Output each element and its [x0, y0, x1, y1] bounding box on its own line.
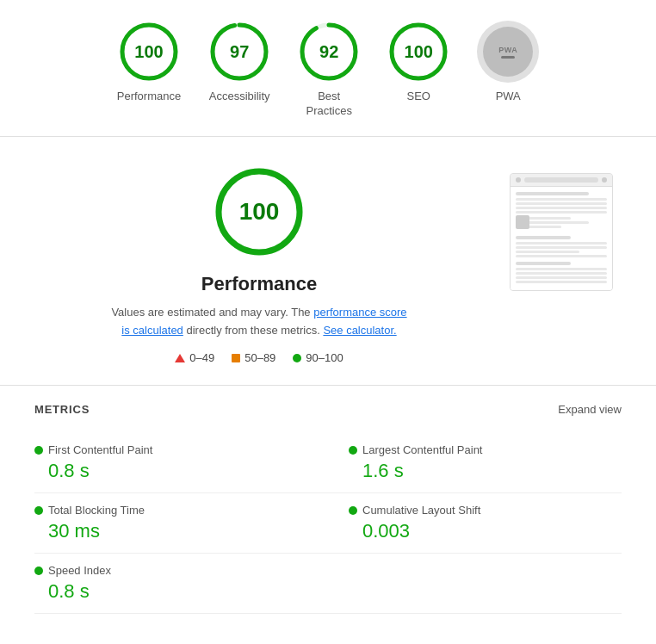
- metric-item-tbt: Total Blocking Time 30 ms: [34, 493, 328, 554]
- screenshot-header: [511, 174, 612, 187]
- metric-value-tbt: 30 ms: [34, 520, 328, 542]
- score-circle-accessibility: 97: [208, 21, 270, 83]
- ss-thin-10: [516, 251, 579, 253]
- ss-thin-4: [516, 211, 607, 214]
- metric-value-cls: 0.003: [349, 520, 622, 542]
- metrics-section: METRICS Expand view First Contentful Pai…: [0, 386, 656, 641]
- fail-icon: [175, 354, 185, 362]
- score-circle-seo: 100: [387, 21, 449, 83]
- pwa-dash-icon: [501, 56, 515, 59]
- score-label-pwa: PWA: [496, 90, 521, 104]
- ss-dot-1: [516, 177, 521, 183]
- metric-dot-si: [34, 567, 43, 575]
- screenshot-body: [511, 187, 612, 290]
- score-item-accessibility[interactable]: 97 Accessibility: [208, 21, 270, 104]
- metric-dot-cls: [349, 506, 357, 515]
- metric-label-row-si: Speed Index: [34, 564, 328, 577]
- score-label-seo: SEO: [406, 90, 430, 104]
- metric-value-si: 0.8 s: [34, 580, 328, 603]
- metric-label-row-tbt: Total Blocking Time: [34, 504, 328, 517]
- scores-bar: 100 Performance 97 Accessibility 92 Best…: [0, 0, 656, 137]
- legend-item-average: 50–89: [232, 351, 275, 364]
- score-item-seo[interactable]: 100 SEO: [387, 21, 449, 104]
- metric-label-fcp: First Contentful Paint: [48, 443, 152, 456]
- ss-thin-11: [516, 255, 607, 257]
- metrics-title: METRICS: [34, 403, 90, 416]
- ss-thin-14: [516, 276, 607, 279]
- ss-thin-15: [516, 281, 607, 283]
- ss-bar: [524, 177, 598, 183]
- pass-icon: [293, 354, 301, 362]
- metric-value-lcp: 1.6 s: [349, 460, 622, 482]
- ss-thin-2: [516, 202, 607, 205]
- legend-range-pass: 90–100: [306, 351, 343, 364]
- legend-item-pass: 90–100: [293, 351, 343, 364]
- ss-dot-2: [602, 177, 607, 183]
- ss-line-2: [516, 236, 571, 239]
- score-circle-performance: 100: [118, 21, 180, 83]
- metric-label-row-lcp: Largest Contentful Paint: [349, 443, 622, 456]
- metric-label-tbt: Total Blocking Time: [48, 504, 145, 517]
- score-value-best-practices: 92: [319, 42, 338, 62]
- ss-thin-8: [516, 242, 607, 245]
- perf-desc: Values are estimated and may vary. The p…: [111, 304, 406, 340]
- metric-label-cls: Cumulative Layout Shift: [362, 504, 480, 517]
- perf-right: [501, 164, 622, 365]
- ss-line-1: [516, 192, 589, 195]
- legend-item-fail: 0–49: [175, 351, 214, 364]
- score-label-performance: Performance: [117, 90, 181, 104]
- score-item-performance[interactable]: 100 Performance: [117, 21, 181, 104]
- score-label-best-practices: BestPractices: [306, 90, 351, 119]
- perf-title: Performance: [201, 273, 318, 295]
- score-legend: 0–49 50–89 90–100: [175, 351, 343, 364]
- score-value-seo: 100: [405, 42, 433, 62]
- average-icon: [232, 354, 240, 362]
- score-item-best-practices[interactable]: 92 BestPractices: [298, 21, 360, 119]
- metric-value-fcp: 0.8 s: [34, 460, 328, 482]
- pwa-circle: PWA: [477, 21, 539, 83]
- main-section: 100 Performance Values are estimated and…: [0, 137, 656, 387]
- metrics-grid: First Contentful Paint 0.8 s Largest Con…: [34, 433, 622, 614]
- metric-item-empty: [328, 554, 622, 614]
- perf-left: 100 Performance Values are estimated and…: [34, 164, 484, 365]
- score-item-pwa[interactable]: PWA PWA: [477, 21, 539, 104]
- metric-dot-tbt: [34, 506, 43, 515]
- ss-thin-13: [516, 272, 607, 275]
- ss-thin-9: [516, 246, 607, 249]
- metric-item-fcp: First Contentful Paint 0.8 s: [34, 433, 328, 493]
- ss-line-3: [516, 262, 571, 265]
- score-circle-best-practices: 92: [298, 21, 360, 83]
- metric-label-lcp: Largest Contentful Paint: [362, 443, 482, 456]
- metrics-header: METRICS Expand view: [34, 403, 622, 416]
- metric-item-si: Speed Index 0.8 s: [34, 554, 328, 614]
- legend-range-average: 50–89: [244, 351, 275, 364]
- big-score-circle: 100: [212, 164, 306, 259]
- pwa-label-text: PWA: [498, 46, 517, 54]
- metric-dot-lcp: [349, 446, 357, 455]
- expand-view-button[interactable]: Expand view: [558, 403, 622, 416]
- see-calculator-link[interactable]: See calculator.: [323, 324, 396, 337]
- ss-thin-3: [516, 207, 607, 209]
- ss-thin-1: [516, 198, 607, 201]
- metric-dot-fcp: [34, 446, 43, 455]
- ss-avatar: [516, 215, 529, 229]
- pwa-inner: PWA: [483, 27, 533, 77]
- legend-range-fail: 0–49: [189, 351, 214, 364]
- metric-label-row-cls: Cumulative Layout Shift: [349, 504, 622, 517]
- big-score-value: 100: [239, 198, 280, 226]
- score-label-accessibility: Accessibility: [209, 90, 270, 104]
- screenshot-preview: [510, 173, 613, 291]
- metric-item-lcp: Largest Contentful Paint 1.6 s: [328, 433, 622, 493]
- metric-label-row-fcp: First Contentful Paint: [34, 443, 328, 456]
- ss-thin-12: [516, 268, 607, 270]
- score-value-accessibility: 97: [230, 42, 249, 62]
- metric-label-si: Speed Index: [48, 564, 111, 577]
- score-value-performance: 100: [134, 42, 163, 62]
- metric-item-cls: Cumulative Layout Shift 0.003: [328, 493, 622, 554]
